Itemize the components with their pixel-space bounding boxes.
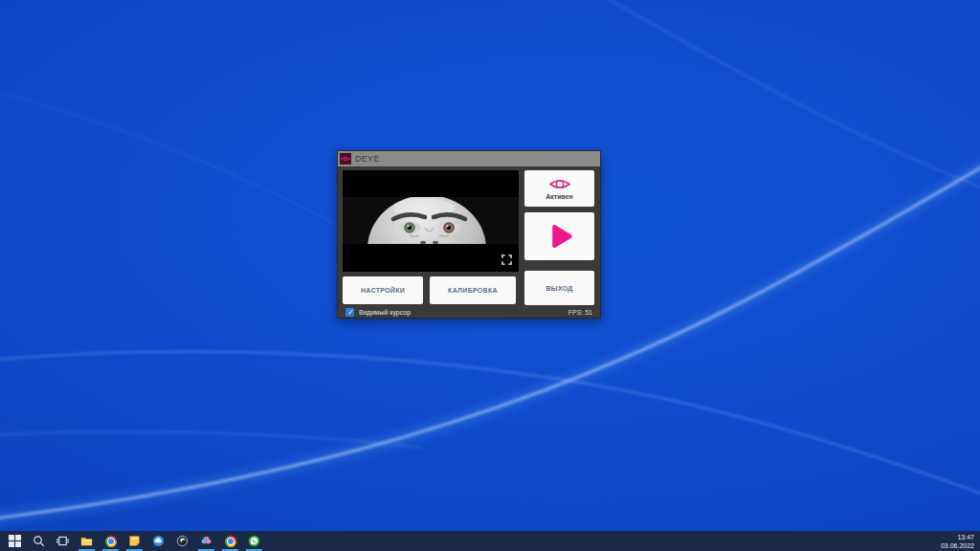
chrome-icon[interactable] (99, 531, 122, 551)
chrome-profile-icon[interactable] (218, 531, 242, 551)
obs-studio-icon[interactable] (170, 531, 194, 551)
taskbar-clock[interactable]: 13:47 03.06.2022 (941, 533, 974, 550)
taskbar-icons (3, 531, 266, 551)
eye-tracking-video-frame (343, 170, 519, 272)
clock-time: 13:47 (941, 533, 974, 541)
fps-label: FPS: 51 (568, 309, 592, 316)
whatsapp-icon[interactable] (242, 531, 266, 551)
file-explorer-icon[interactable] (75, 531, 99, 551)
visible-cursor-checkbox[interactable] (345, 308, 354, 317)
window-title-bar[interactable]: DEYE (338, 151, 600, 166)
exit-button[interactable]: ВЫХОД (524, 271, 594, 305)
tracker-status-label: Активен (546, 193, 573, 200)
search-icon[interactable] (27, 531, 51, 551)
windows-start-icon[interactable] (3, 531, 27, 551)
camera-feed-panel (343, 170, 519, 272)
window-title: DEYE (355, 154, 380, 164)
notes-app-icon[interactable] (122, 531, 146, 551)
brain-app-icon[interactable] (194, 531, 218, 551)
calibration-button[interactable]: КАЛИБРОВКА (430, 276, 516, 304)
start-tracking-button[interactable] (524, 212, 594, 260)
window-status-row: Видимый курсор FPS: 51 (338, 306, 600, 319)
deye-app-window: DEYE (337, 150, 601, 319)
visible-cursor-label: Видимый курсор (359, 309, 411, 316)
messenger-cloud-icon[interactable] (146, 531, 170, 551)
taskbar: 13:47 03.06.2022 (0, 531, 980, 551)
settings-button[interactable]: НАСТРОЙКИ (343, 276, 423, 304)
tracker-status-card[interactable]: Активен (524, 170, 594, 207)
fullscreen-icon[interactable] (501, 254, 512, 265)
eye-status-icon (547, 177, 572, 191)
exit-button-label: ВЫХОД (546, 285, 572, 292)
deye-logo-icon (340, 153, 351, 165)
play-icon (544, 220, 576, 253)
clock-date: 03.06.2022 (941, 541, 974, 550)
task-view-icon[interactable] (51, 531, 75, 551)
